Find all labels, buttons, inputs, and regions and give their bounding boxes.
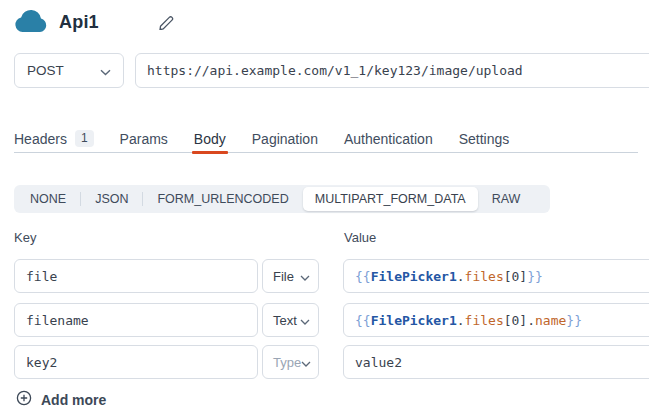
type-select-placeholder: Type xyxy=(273,355,301,370)
headers-count-badge: 1 xyxy=(75,130,94,147)
url-input[interactable] xyxy=(135,53,649,88)
tab-authentication-label: Authentication xyxy=(344,131,433,147)
chevron-down-icon xyxy=(301,353,311,371)
type-select-value: Text xyxy=(273,313,297,328)
body-type-segmented-control: NONE JSON FORM_URLENCODED MULTIPART_FORM… xyxy=(14,185,550,213)
template-token: files xyxy=(465,269,504,284)
tab-headers[interactable]: Headers 1 xyxy=(14,125,94,152)
tab-settings[interactable]: Settings xyxy=(459,125,510,152)
type-select[interactable]: Text xyxy=(262,303,319,337)
body-type-json[interactable]: JSON xyxy=(81,188,142,210)
template-token: . xyxy=(457,313,465,328)
value-input[interactable]: {{FilePicker1.files[0]}} xyxy=(343,259,649,293)
key-input[interactable] xyxy=(14,303,258,337)
key-input[interactable] xyxy=(14,259,258,293)
chevron-down-icon xyxy=(100,62,111,80)
chevron-down-icon xyxy=(300,267,310,285)
template-token: {{ xyxy=(355,313,371,328)
template-token: files xyxy=(465,313,504,328)
edit-pencil-icon[interactable] xyxy=(158,13,174,30)
template-token: value2 xyxy=(355,355,402,370)
value-input[interactable]: value2 xyxy=(343,345,649,379)
value-column-header: Value xyxy=(344,230,376,245)
template-token: . xyxy=(527,313,535,328)
request-tabs: Headers 1 Params Body Pagination Authent… xyxy=(14,125,638,153)
body-type-form-urlencoded[interactable]: FORM_URLENCODED xyxy=(143,188,302,210)
body-type-raw[interactable]: RAW xyxy=(478,188,535,210)
type-select[interactable]: Type xyxy=(262,345,319,379)
body-type-none[interactable]: NONE xyxy=(16,188,80,210)
add-more-label: Add more xyxy=(41,392,106,408)
template-token: [0] xyxy=(504,313,527,328)
plus-circle-icon xyxy=(16,390,32,410)
tab-params[interactable]: Params xyxy=(120,125,168,152)
tab-params-label: Params xyxy=(120,131,168,147)
template-token: FilePicker1 xyxy=(371,269,457,284)
tab-pagination-label: Pagination xyxy=(252,131,318,147)
template-token: }} xyxy=(566,313,582,328)
key-input[interactable] xyxy=(14,345,258,379)
add-more-button[interactable]: Add more xyxy=(16,390,106,410)
body-type-multipart-form-data[interactable]: MULTIPART_FORM_DATA xyxy=(303,187,478,211)
chevron-down-icon xyxy=(300,311,310,329)
key-column-header: Key xyxy=(14,230,36,245)
tab-headers-label: Headers xyxy=(14,131,67,147)
template-token: FilePicker1 xyxy=(371,313,457,328)
template-token: [0] xyxy=(504,269,527,284)
tab-pagination[interactable]: Pagination xyxy=(252,125,318,152)
method-select-value: POST xyxy=(27,63,64,78)
template-token: . xyxy=(457,269,465,284)
type-select-value: File xyxy=(273,269,294,284)
page-title: Api1 xyxy=(59,12,99,33)
template-token: {{ xyxy=(355,269,371,284)
value-input[interactable]: {{FilePicker1.files[0].name}} xyxy=(343,303,649,337)
tab-settings-label: Settings xyxy=(459,131,510,147)
tab-body[interactable]: Body xyxy=(194,125,226,152)
tab-body-label: Body xyxy=(194,131,226,147)
cloud-icon xyxy=(14,9,48,34)
type-select[interactable]: File xyxy=(262,259,319,293)
tab-authentication[interactable]: Authentication xyxy=(344,125,433,152)
method-select[interactable]: POST xyxy=(14,53,124,88)
template-token: }} xyxy=(527,269,543,284)
template-token: name xyxy=(535,313,566,328)
